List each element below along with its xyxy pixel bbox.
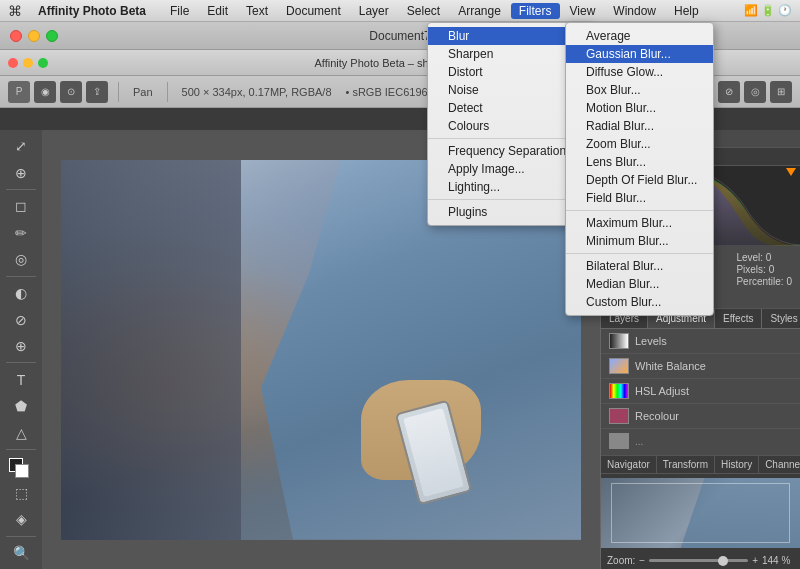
zoom-plus-icon[interactable]: + <box>752 555 758 566</box>
nav-tab-history[interactable]: History <box>715 456 759 473</box>
stat-level: Level: 0 <box>736 252 792 263</box>
nav-viewport-rect <box>611 483 790 543</box>
toolbar-icon-3[interactable]: ◎ <box>744 81 766 103</box>
persona-photo-icon[interactable]: P <box>8 81 30 103</box>
recolor-thumbnail <box>609 408 629 424</box>
tool-crop[interactable]: ⊕ <box>5 161 37 186</box>
toolbar-camera: No Camera Data <box>478 84 569 100</box>
tab-layers[interactable]: Layers <box>601 309 648 328</box>
toolbar-icon-1[interactable]: ⊕ <box>692 81 714 103</box>
menu-filters[interactable]: Filters <box>511 3 560 19</box>
apple-menu[interactable]: ⌘ <box>8 3 22 19</box>
tab-styles[interactable]: Styles <box>762 309 800 328</box>
menu-file[interactable]: File <box>162 3 197 19</box>
menubar-right: 📶 🔋 🕐 <box>744 4 792 17</box>
layer-marquee-tabs: Layer Marquee <box>601 148 800 166</box>
tool-clone[interactable]: ⊘ <box>5 307 37 332</box>
close-button[interactable] <box>10 30 22 42</box>
nav-tab-navigator[interactable]: Navigator <box>601 456 657 473</box>
right-panel: Swatches Brushes Layer Marquee <box>600 130 800 569</box>
tool-paint[interactable]: ✏ <box>5 221 37 246</box>
toolbar-right-icons: ⊕ ⊘ ◎ ⊞ <box>692 81 792 103</box>
menu-text[interactable]: Text <box>238 3 276 19</box>
layer-white-balance[interactable]: White Balance <box>601 354 800 379</box>
persona-export-icon[interactable]: ⇪ <box>86 81 108 103</box>
toolbar-icon-4[interactable]: ⊞ <box>770 81 792 103</box>
tab-effects[interactable]: Effects <box>715 309 762 328</box>
persona-develop-icon[interactable]: ⊙ <box>60 81 82 103</box>
nav-tab-channels[interactable]: Channels <box>759 456 800 473</box>
menu-layer[interactable]: Layer <box>351 3 397 19</box>
tool-zoom[interactable]: 🔍 <box>5 540 37 565</box>
histogram-container <box>601 166 800 246</box>
tab-brushes[interactable]: Brushes <box>661 130 714 147</box>
zoom-minus-icon[interactable]: − <box>639 555 645 566</box>
tool-gradient[interactable]: ⬚ <box>5 480 37 505</box>
persona-liquify-icon[interactable]: ◉ <box>34 81 56 103</box>
tool-pen[interactable]: △ <box>5 420 37 445</box>
app-max-button[interactable] <box>38 58 48 68</box>
menu-arrange[interactable]: Arrange <box>450 3 509 19</box>
layer-hsl[interactable]: HSL Adjust <box>601 379 800 404</box>
tool-separator-5 <box>6 536 36 537</box>
maximize-button[interactable] <box>46 30 58 42</box>
tab-swatches[interactable]: Swatches <box>601 130 661 147</box>
tool-shape[interactable]: ⬟ <box>5 394 37 419</box>
tool-heal[interactable]: ⊕ <box>5 334 37 359</box>
tool-text[interactable]: T <box>5 367 37 392</box>
app-min-button[interactable] <box>23 58 33 68</box>
stats-area: Mean: 224.40 Std. Dev: 58.32 Median: 194… <box>601 246 800 309</box>
toolbar-icon-2[interactable]: ⊘ <box>718 81 740 103</box>
nav-tabs: Navigator Transform History Channels <box>601 456 800 474</box>
menu-view[interactable]: View <box>562 3 604 19</box>
menubar: ⌘ Affinity Photo Beta File Edit Text Doc… <box>0 0 800 22</box>
app-close-button[interactable] <box>8 58 18 68</box>
tab-layer[interactable]: Layer <box>601 148 643 165</box>
layer-extra[interactable]: ... <box>601 429 800 453</box>
app-name[interactable]: Affinity Photo Beta <box>38 4 146 18</box>
layer-levels[interactable]: Levels <box>601 329 800 354</box>
canvas-area[interactable] <box>42 130 600 569</box>
recolor-label: Recolour <box>635 410 679 422</box>
histogram-chart <box>601 166 800 246</box>
hsl-thumbnail <box>609 383 629 399</box>
wb-thumbnail <box>609 358 629 374</box>
tool-move[interactable]: ⤢ <box>5 134 37 159</box>
menu-document[interactable]: Document <box>278 3 349 19</box>
tool-selection[interactable]: ◻ <box>5 194 37 219</box>
menu-edit[interactable]: Edit <box>199 3 236 19</box>
tab-adjustment[interactable]: Adjustment <box>648 309 715 328</box>
zoom-slider[interactable] <box>649 559 748 562</box>
zoom-bar: Zoom: − + 144 % <box>601 552 800 569</box>
svg-marker-2 <box>601 174 777 246</box>
menu-select[interactable]: Select <box>399 3 448 19</box>
stat-mean: Mean: 224.40 <box>609 252 678 263</box>
toolbar-units-value[interactable]: Pixels <box>631 84 668 100</box>
tab-marquee[interactable]: Marquee <box>643 148 698 165</box>
layer-recolour[interactable]: Recolour <box>601 404 800 429</box>
tool-color[interactable] <box>5 454 37 479</box>
adjustment-tabs: Layers Adjustment Effects Styles iStock <box>601 309 800 329</box>
menubar-items: File Edit Text Document Layer Select Arr… <box>162 3 707 19</box>
toolbar: P ◉ ⊙ ⇪ Pan 500 × 334px, 0.17MP, RGBA/8 … <box>0 76 800 108</box>
right-panel-top-tabs: Swatches Brushes <box>601 130 800 148</box>
menu-window[interactable]: Window <box>605 3 664 19</box>
toolbar-persona-icons: P ◉ ⊙ ⇪ <box>8 81 108 103</box>
menu-help[interactable]: Help <box>666 3 707 19</box>
stat-stddev: Std. Dev: 58.32 <box>609 264 678 275</box>
app-title: Affinity Photo Beta – shutterstock... <box>315 57 486 69</box>
tool-erase[interactable]: ◎ <box>5 247 37 272</box>
hsl-label: HSL Adjust <box>635 385 689 397</box>
tool-fill[interactable]: ◈ <box>5 507 37 532</box>
stat-pixels: Pixels: 167000 <box>609 288 678 299</box>
nav-section: Navigator Transform History Channels Zoo… <box>601 455 800 569</box>
minimize-button[interactable] <box>28 30 40 42</box>
tool-separator-1 <box>6 189 36 190</box>
tool-separator-4 <box>6 449 36 450</box>
tool-dodge[interactable]: ◐ <box>5 281 37 306</box>
extra-thumbnail <box>609 433 629 449</box>
nav-tab-transform[interactable]: Transform <box>657 456 715 473</box>
stat-pixels-count: Pixels: 0 <box>736 264 792 275</box>
window-controls <box>10 30 58 42</box>
zoom-value: 144 % <box>762 555 794 566</box>
